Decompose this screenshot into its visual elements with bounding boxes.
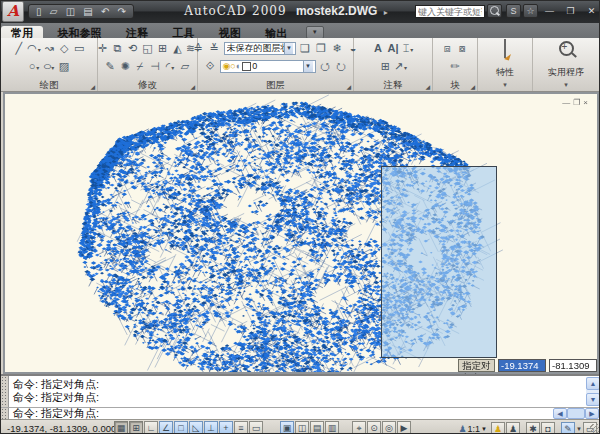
block-editor-icon[interactable]: ✏ — [449, 59, 462, 73]
chamfer-tool-icon[interactable]: ▱ — [179, 59, 192, 73]
mdi-restore-icon[interactable]: ❐ — [573, 98, 583, 107]
arc-tool-icon[interactable]: ◠▾ — [27, 41, 41, 55]
undo-icon[interactable]: ↶ — [101, 5, 109, 18]
model-wireframe-canvas[interactable] — [5, 94, 597, 372]
annotation-visibility-icon[interactable]: ♟ — [491, 422, 505, 434]
title-flyout-icon[interactable]: ▸ — [384, 8, 388, 17]
workspace-gear-icon[interactable]: ✱ — [526, 422, 540, 434]
drawing-viewport[interactable]: —❐× 指定对角点: -19.1374 -81.1309 — [3, 92, 599, 374]
close-button[interactable]: ✕ — [584, 6, 599, 17]
toggle-lwt-icon[interactable]: ≡ — [234, 421, 248, 434]
layer-match-icon[interactable]: ≚ — [208, 41, 221, 55]
search-button[interactable] — [487, 4, 502, 18]
annotate-dialog-launcher-icon[interactable]: ◢ — [425, 83, 430, 90]
dimension-icon[interactable]: ⌶▾ — [402, 41, 415, 55]
autocad-menu-button[interactable]: A — [2, 1, 24, 22]
toggle-qp-icon[interactable]: ▭ — [249, 421, 263, 434]
explode-tool-icon[interactable]: ✺ — [119, 59, 132, 73]
dynamic-input-y-field[interactable]: -81.1309 — [549, 359, 597, 372]
quick-view-layouts-icon[interactable]: ▤ — [310, 421, 324, 434]
command-hscrollbar[interactable]: ◀ ▶ — [553, 408, 599, 419]
scroll-left-icon[interactable]: ◀ — [553, 408, 567, 419]
layers-dialog-launcher-icon[interactable]: ◢ — [346, 83, 351, 90]
mdi-minimize-icon[interactable]: — — [562, 98, 573, 107]
show-motion-icon[interactable]: ▶ — [397, 421, 411, 434]
annotation-scale-button[interactable]: ♟ 1:1 ▼ — [456, 421, 491, 434]
new-file-icon[interactable]: ▯ — [36, 5, 42, 18]
line-tool-icon[interactable]: ╱ — [12, 41, 25, 55]
toggle-otrack-icon[interactable]: ◺ — [189, 421, 203, 434]
command-input-line[interactable]: 命令: 指定对角点: ◀ ▶ — [1, 407, 600, 419]
block-dialog-launcher-icon[interactable]: ◢ — [470, 83, 475, 90]
polygon-tool-icon[interactable]: ◇ — [58, 41, 71, 55]
toggle-snap-icon[interactable]: ▦ — [114, 421, 128, 434]
command-scrollbar[interactable]: ▲ ▼ — [586, 377, 600, 406]
modify-dialog-launcher-icon[interactable]: ◢ — [190, 83, 195, 90]
fillet-tool-icon[interactable]: ◜▾ — [164, 59, 177, 73]
toggle-grid-icon[interactable]: ⊞ — [129, 421, 143, 434]
erase-tool-icon[interactable]: ✎ — [104, 59, 117, 73]
layer-unisolate-icon[interactable]: ❐ — [315, 41, 328, 55]
single-text-icon[interactable]: A| — [387, 41, 400, 55]
stretch-tool-icon[interactable]: ◱ — [141, 41, 154, 55]
mirror-tool-icon[interactable]: ◭ — [171, 41, 184, 55]
utilities-zoom-icon[interactable] — [559, 41, 574, 56]
status-flyout-icon[interactable]: ▼ — [576, 426, 582, 432]
insert-block-icon[interactable]: ⧈ — [441, 41, 454, 55]
circle-tool-icon[interactable]: ○▾ — [28, 59, 41, 73]
command-history-window[interactable]: 命令: 指定对角点: 命令: 指定对角点: ▲ ▼ — [1, 374, 600, 407]
steering-wheel-icon[interactable]: ◎ — [382, 421, 396, 434]
resize-grip[interactable] — [590, 424, 600, 434]
scroll-down-icon[interactable]: ▼ — [586, 393, 600, 406]
table-icon[interactable]: ⊞ — [379, 59, 392, 73]
multiline-text-icon[interactable]: A — [372, 41, 385, 55]
model-icon[interactable]: ▣ — [280, 421, 294, 434]
command-window-grip[interactable] — [1, 376, 9, 407]
layout-icon[interactable]: ◫ — [295, 421, 309, 434]
polyline-tool-icon[interactable]: ↝ — [43, 41, 56, 55]
dynamic-input-x-field[interactable]: -19.1374 — [498, 359, 546, 372]
favorites-button[interactable]: ☆ — [523, 4, 538, 18]
annotation-autoscale-icon[interactable]: ♟ — [506, 422, 520, 434]
restore-button[interactable]: ❐ — [563, 6, 578, 17]
layer-freeze-icon[interactable]: ❄ — [331, 41, 344, 55]
draw-dialog-launcher-icon[interactable]: ◢ — [90, 83, 95, 90]
leader-icon[interactable]: ↗▾ — [394, 59, 407, 73]
toolbar-lock-icon[interactable]: ◘ — [541, 422, 555, 434]
layer-state-dropdown[interactable]: 未保存的图层状态 ▼ — [224, 42, 296, 55]
minimize-button[interactable]: — — [542, 6, 557, 17]
layer-properties-icon[interactable]: ⟐ — [204, 59, 217, 73]
scroll-thumb[interactable] — [567, 408, 585, 419]
open-file-icon[interactable]: ▱ — [50, 5, 58, 18]
mdi-close-icon[interactable]: × — [583, 98, 591, 107]
help-search-input[interactable] — [415, 5, 485, 18]
properties-palette-icon[interactable] — [504, 40, 506, 58]
layer-isolate-icon[interactable]: ❏ — [299, 41, 312, 55]
pan-icon[interactable]: ⌖ — [352, 421, 366, 434]
utilities-label[interactable]: 实用程序 — [533, 66, 599, 79]
layer-walk-icon[interactable]: ⭮ — [335, 59, 348, 73]
toggle-ducs-icon[interactable]: ⊥ — [204, 421, 218, 434]
toggle-polar-icon[interactable]: ∠ — [159, 421, 173, 434]
toggle-dyn-icon[interactable]: + — [219, 421, 233, 434]
ellipse-tool-icon[interactable]: ○▾ — [43, 59, 56, 73]
hatch-tool-icon[interactable]: ▨ — [58, 59, 71, 73]
toggle-ortho-icon[interactable]: ∟ — [144, 421, 158, 434]
create-block-icon[interactable]: ⧇ — [456, 41, 469, 55]
command-line-grip[interactable] — [1, 408, 9, 419]
coordinate-readout[interactable]: -19.1374, -81.1309, 0.0000 — [7, 423, 122, 434]
utilities-expand-icon[interactable]: ▾ — [533, 79, 599, 91]
extend-tool-icon[interactable]: ⊣ — [149, 59, 162, 73]
plot-icon[interactable]: ▤ — [83, 5, 92, 18]
toggle-osnap-icon[interactable]: □ — [174, 421, 188, 434]
array-tool-icon[interactable]: ⊞ — [156, 41, 169, 55]
zoom-icon[interactable]: ⊙ — [367, 421, 381, 434]
layer-state-icon[interactable]: ≙ — [192, 41, 205, 55]
quick-view-drawings-icon[interactable]: ▥ — [325, 421, 339, 434]
communication-center-button[interactable]: S — [506, 4, 521, 18]
layer-previous-icon[interactable]: ⭯ — [319, 59, 332, 73]
layer-dropdown[interactable]: ◉ ○ ◐ 0 ▼ — [220, 60, 316, 73]
copy-tool-icon[interactable]: ⧉ — [111, 41, 124, 55]
status-menu-icon[interactable]: ✎ — [561, 422, 575, 434]
command-prompt[interactable]: 命令: 指定对角点: — [1, 408, 600, 419]
